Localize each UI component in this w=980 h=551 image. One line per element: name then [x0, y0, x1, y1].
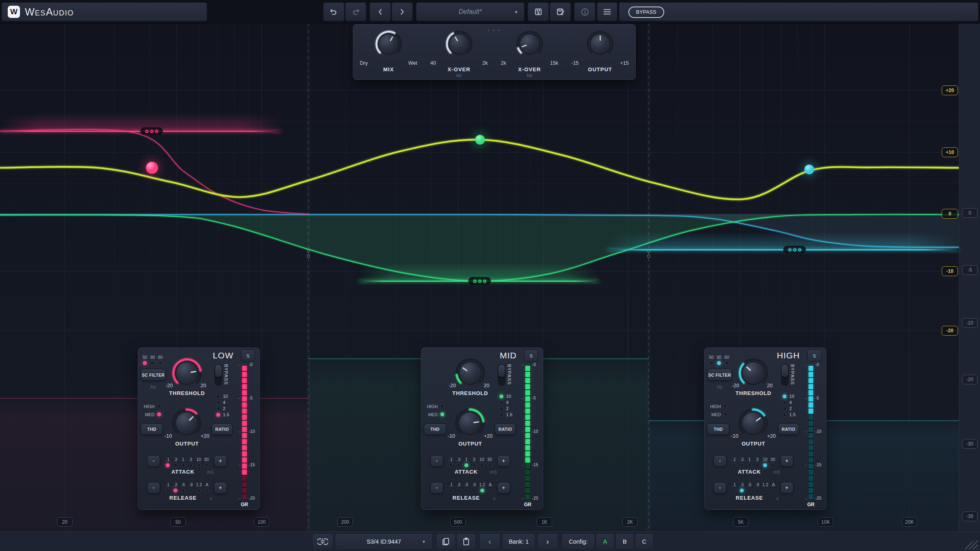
led[interactable] [465, 489, 468, 492]
stereo-link-button[interactable] [312, 533, 333, 550]
led[interactable] [755, 463, 759, 467]
led[interactable] [740, 463, 744, 467]
led[interactable] [709, 361, 713, 365]
attack-decrease-button[interactable]: - [147, 455, 160, 467]
led[interactable] [189, 489, 193, 492]
led[interactable] [181, 463, 185, 467]
led[interactable] [732, 463, 736, 467]
attack-increase-button[interactable]: + [214, 455, 227, 467]
led[interactable] [732, 489, 736, 492]
led[interactable] [500, 395, 503, 398]
config-c-button[interactable]: C [635, 533, 654, 550]
low-shelf-handle[interactable] [140, 127, 163, 135]
led[interactable] [724, 404, 727, 408]
bank-prev-button[interactable]: ‹ [479, 533, 500, 550]
menu-button[interactable] [597, 2, 617, 21]
led[interactable] [157, 413, 161, 416]
ratio-button[interactable]: RATIO [495, 424, 516, 435]
save-preset-as-button[interactable] [550, 2, 571, 21]
led[interactable] [480, 489, 484, 492]
ratio-button[interactable]: RATIO [211, 424, 233, 435]
led[interactable] [457, 463, 460, 467]
led[interactable] [755, 489, 759, 492]
attack-decrease-button[interactable]: - [430, 455, 443, 467]
led[interactable] [166, 463, 170, 467]
led[interactable] [449, 463, 453, 467]
led[interactable] [500, 413, 503, 417]
paste-config-button[interactable] [456, 533, 476, 550]
led[interactable] [205, 463, 208, 467]
release-leds[interactable]: .1.3.6.91.2A [448, 482, 493, 492]
led[interactable] [143, 361, 147, 365]
sc-filter-leds[interactable]: 509060 [709, 355, 729, 365]
led[interactable] [472, 463, 476, 467]
copy-config-button[interactable] [436, 533, 456, 550]
thd-drive-leds[interactable]: HIGHMED [708, 404, 727, 417]
band-bypass-toggle[interactable] [214, 363, 223, 386]
mix-knob[interactable] [374, 29, 403, 59]
led[interactable] [764, 489, 767, 492]
ratio-button[interactable]: RATIO [778, 424, 799, 435]
config-b-button[interactable]: B [615, 533, 634, 550]
xover-low-knob[interactable] [445, 29, 474, 59]
led[interactable] [440, 404, 444, 408]
xover-high-knob[interactable] [515, 29, 544, 59]
resize-grip[interactable] [961, 538, 978, 549]
ratio-leds[interactable]: 10421.5 [216, 394, 229, 417]
led[interactable] [500, 401, 503, 404]
release-decrease-button[interactable]: - [147, 482, 160, 494]
led[interactable] [174, 489, 177, 492]
led[interactable] [480, 463, 484, 467]
led[interactable] [205, 489, 209, 492]
bypass-button[interactable]: BYPASS [628, 7, 664, 18]
led[interactable] [748, 489, 751, 492]
device-selector[interactable]: S3/4 ID:9447 ▾ [335, 533, 433, 550]
next-preset-button[interactable] [392, 2, 413, 21]
led[interactable] [724, 413, 727, 416]
led[interactable] [771, 463, 775, 467]
attack-increase-button[interactable]: + [780, 455, 793, 467]
thd-button[interactable]: THD [141, 424, 163, 435]
attack-decrease-button[interactable]: - [714, 455, 727, 467]
redo-button[interactable] [345, 2, 366, 21]
thd-button[interactable]: THD [424, 424, 446, 435]
led[interactable] [197, 463, 200, 467]
attack-leds[interactable]: .1.3131030 [731, 457, 775, 467]
led[interactable] [500, 407, 503, 411]
led[interactable] [740, 489, 744, 492]
led[interactable] [772, 489, 775, 492]
mid-band-dot[interactable] [475, 135, 485, 145]
release-decrease-button[interactable]: - [714, 482, 727, 494]
attack-increase-button[interactable]: + [497, 455, 510, 467]
undo-button[interactable] [323, 2, 344, 21]
led[interactable] [216, 413, 220, 417]
prev-preset-button[interactable] [370, 2, 391, 21]
thd-drive-leds[interactable]: HIGHMED [141, 404, 161, 417]
info-button[interactable] [574, 2, 595, 21]
band-bypass-toggle[interactable] [780, 363, 789, 386]
output-knob[interactable] [586, 29, 615, 59]
led[interactable] [166, 489, 170, 492]
led[interactable] [151, 361, 154, 365]
ratio-leds[interactable]: 10421.5 [500, 394, 512, 417]
sc-filter-button[interactable]: SC FILTER [141, 369, 166, 381]
led[interactable] [783, 395, 786, 398]
led[interactable] [783, 401, 786, 404]
config-a-button[interactable]: A [596, 533, 614, 550]
low-band-dot[interactable] [146, 162, 158, 174]
release-leds[interactable]: .1.3.6.91.2A [731, 482, 776, 492]
led[interactable] [489, 489, 492, 492]
led[interactable] [159, 361, 162, 365]
led[interactable] [763, 463, 767, 467]
led[interactable] [216, 401, 220, 404]
led[interactable] [189, 463, 193, 467]
band-bypass-toggle[interactable] [497, 363, 506, 386]
led[interactable] [717, 361, 721, 365]
led[interactable] [174, 463, 177, 467]
release-leds[interactable]: .1.3.6.91.2A [165, 482, 210, 492]
attack-leds[interactable]: .1.3131030 [165, 457, 209, 467]
release-increase-button[interactable]: + [214, 482, 227, 494]
mid-shelf-handle[interactable] [468, 277, 491, 285]
led[interactable] [725, 361, 729, 365]
ratio-leds[interactable]: 10421.5 [783, 394, 795, 417]
